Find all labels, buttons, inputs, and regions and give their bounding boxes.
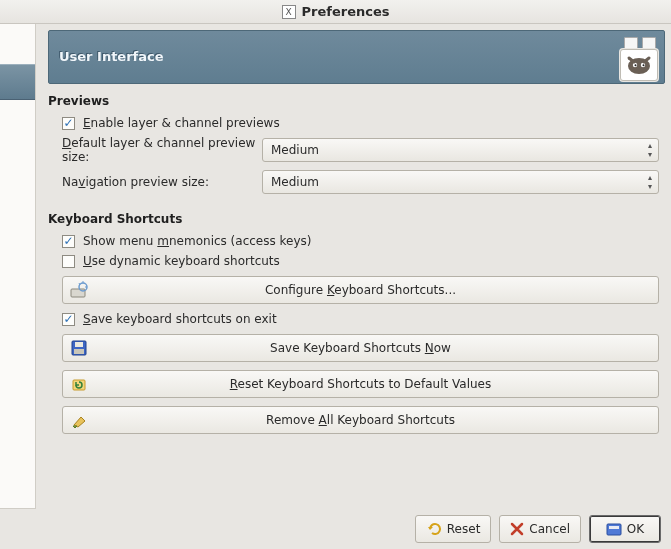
- window-icon: X: [282, 5, 296, 19]
- dynamic-shortcuts-checkbox[interactable]: [62, 255, 75, 268]
- default-preview-size-select[interactable]: Medium ▴▾: [262, 138, 659, 162]
- navigation-preview-size-select[interactable]: Medium ▴▾: [262, 170, 659, 194]
- dynamic-shortcuts-label: Use dynamic keyboard shortcuts: [83, 254, 280, 268]
- default-preview-size-value: Medium: [271, 143, 319, 157]
- save-on-exit-label: Save keyboard shortcuts on exit: [83, 312, 277, 326]
- dynamic-shortcuts-row: Use dynamic keyboard shortcuts: [48, 254, 665, 268]
- svg-rect-9: [74, 349, 84, 354]
- titlebar: X Preferences: [0, 0, 671, 24]
- page-title: User Interface: [49, 31, 664, 64]
- cancel-button[interactable]: Cancel: [499, 515, 581, 543]
- enable-previews-label: Enable layer & channel previews: [83, 116, 280, 130]
- keyboard-config-icon: [69, 281, 89, 299]
- shortcuts-heading: Keyboard Shortcuts: [48, 212, 665, 226]
- dialog-buttons: Reset Cancel OK: [0, 509, 671, 549]
- previews-heading: Previews: [48, 94, 665, 108]
- clear-icon: [69, 411, 89, 429]
- mnemonics-label: Show menu mnemonics (access keys): [83, 234, 312, 248]
- reset-icon: [69, 375, 89, 393]
- save-on-exit-row: ✓ Save keyboard shortcuts on exit: [48, 312, 665, 326]
- svg-rect-12: [609, 526, 619, 529]
- main-panel: User Interface Previews ✓ Enable layer &…: [36, 24, 671, 509]
- reset-button-label: Reset: [447, 522, 481, 536]
- enable-previews-row: ✓ Enable layer & channel previews: [48, 116, 665, 130]
- remove-shortcuts-button[interactable]: Remove All Keyboard Shortcuts: [62, 406, 659, 434]
- wilber-icon: [620, 49, 658, 81]
- sidebar-selected-tab[interactable]: [0, 64, 35, 100]
- save-shortcuts-now-button[interactable]: Save Keyboard Shortcuts Now: [62, 334, 659, 362]
- default-preview-size-row: Default layer & channel preview size: Me…: [48, 136, 665, 164]
- remove-shortcuts-label: Remove All Keyboard Shortcuts: [89, 413, 658, 427]
- enable-previews-checkbox[interactable]: ✓: [62, 117, 75, 130]
- svg-rect-8: [75, 342, 83, 347]
- ok-button-label: OK: [627, 522, 644, 536]
- page-banner: User Interface: [48, 30, 665, 84]
- navigation-preview-size-row: Navigation preview size: Medium ▴▾: [48, 170, 665, 194]
- svg-rect-11: [607, 524, 621, 535]
- mnemonics-checkbox[interactable]: ✓: [62, 235, 75, 248]
- ok-icon: [606, 521, 622, 537]
- svg-point-2: [635, 64, 637, 66]
- category-sidebar[interactable]: [0, 24, 36, 509]
- window-title: Preferences: [302, 4, 390, 19]
- reset-shortcuts-label: Reset Keyboard Shortcuts to Default Valu…: [89, 377, 658, 391]
- svg-point-4: [643, 64, 645, 66]
- configure-shortcuts-button[interactable]: Configure Keyboard Shortcuts...: [62, 276, 659, 304]
- cancel-icon: [510, 522, 524, 536]
- ok-button[interactable]: OK: [589, 515, 661, 543]
- save-shortcuts-now-label: Save Keyboard Shortcuts Now: [89, 341, 658, 355]
- default-preview-size-label: Default layer & channel preview size:: [62, 136, 262, 164]
- cancel-button-label: Cancel: [529, 522, 570, 536]
- undo-icon: [426, 521, 442, 537]
- spinner-arrows-icon: ▴▾: [648, 141, 652, 159]
- floppy-save-icon: [69, 339, 89, 357]
- reset-button[interactable]: Reset: [415, 515, 492, 543]
- configure-shortcuts-label: Configure Keyboard Shortcuts...: [89, 283, 658, 297]
- mnemonics-row: ✓ Show menu mnemonics (access keys): [48, 234, 665, 248]
- reset-shortcuts-button[interactable]: Reset Keyboard Shortcuts to Default Valu…: [62, 370, 659, 398]
- spinner-arrows-icon: ▴▾: [648, 173, 652, 191]
- navigation-preview-size-label: Navigation preview size:: [62, 175, 262, 189]
- svg-rect-5: [71, 289, 85, 297]
- save-on-exit-checkbox[interactable]: ✓: [62, 313, 75, 326]
- navigation-preview-size-value: Medium: [271, 175, 319, 189]
